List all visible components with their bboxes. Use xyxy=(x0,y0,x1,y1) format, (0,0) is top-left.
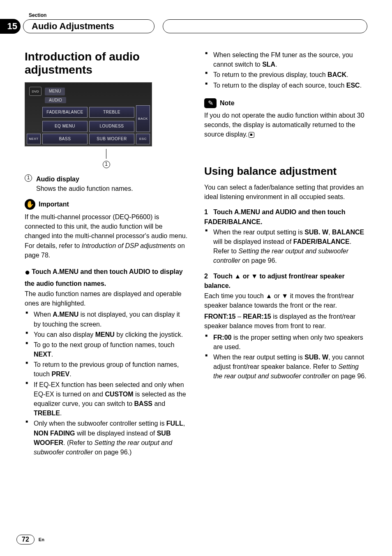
r7c: . xyxy=(275,61,277,68)
balance-fr00-bullet: FR:00 is the proper setting when only tw… xyxy=(204,333,367,352)
balance-subw-bullet: When the rear output setting is SUB. W, … xyxy=(204,352,367,381)
ss-fader-button: FADER/BALANCE xyxy=(42,107,88,118)
b3c: . xyxy=(51,351,53,358)
s1b1f: FADER/BALANCE xyxy=(293,238,350,245)
s2ra: FRONT:15 xyxy=(204,313,235,320)
note-body: If you do not operate the audio function… xyxy=(204,111,367,139)
b4c: . xyxy=(69,371,71,378)
bullet-menu: You can also display MENU by clicking th… xyxy=(25,330,188,339)
section-end-icon xyxy=(249,132,254,138)
ss-bass-button: BASS xyxy=(42,134,88,145)
s1b1c: , xyxy=(328,229,332,236)
balance-heading: Using balance adjustment xyxy=(204,164,367,179)
r9c: . xyxy=(360,82,362,89)
item1-description: Shows the audio function names. xyxy=(36,184,188,193)
audio-menu-screenshot: DVD MENU AUDIO FADER/BALANCE TREBLE EQ M… xyxy=(25,82,152,146)
header-empty-pill xyxy=(163,19,367,33)
r9a: To return to the display of each source,… xyxy=(213,82,346,89)
left-column: Introduction of audio adjustments DVD ME… xyxy=(25,50,188,458)
language-label: En xyxy=(39,537,44,542)
dvd-icon: DVD xyxy=(29,87,42,96)
b5b: CUSTOM xyxy=(105,391,133,398)
b5f: TREBLE xyxy=(34,410,60,417)
s2b2a: When the rear output setting is xyxy=(213,354,304,361)
b2b: MENU xyxy=(95,331,115,338)
s2rb: REAR:15 xyxy=(243,313,271,320)
header-row: 15 Audio Adjustments xyxy=(0,19,392,34)
bullet-esc: To return to the display of each source,… xyxy=(204,81,367,90)
important-label: Important xyxy=(39,199,69,209)
r7a: When selecting the FM tuner as the sourc… xyxy=(213,51,353,68)
balance-step1-bullet: When the rear output setting is SUB. W, … xyxy=(204,227,367,266)
ss-next-button: NEXT xyxy=(27,134,41,145)
important-text-italic: Introduction of DSP adjustments xyxy=(82,242,176,249)
ss-menu-label: MENU xyxy=(45,88,65,95)
b6d: NON FADING xyxy=(34,430,75,437)
b3b: NEXT xyxy=(34,351,51,358)
s2rm: – xyxy=(235,313,243,320)
step1-text: Touch A.MENU and then touch AUDIO to dis… xyxy=(25,268,183,287)
step1-body: The audio function names are displayed a… xyxy=(25,289,188,308)
s1b1b: SUB. W xyxy=(304,229,328,236)
b4b: PREV xyxy=(52,371,70,378)
b5g: . xyxy=(60,410,62,417)
intro-heading: Introduction of audio adjustments xyxy=(25,50,188,76)
b6b: FULL xyxy=(166,420,183,427)
balance-step1: 1 Touch A.MENU and AUDIO and then touch … xyxy=(204,207,367,226)
important-body: If the multi-channel processor (DEQ-P660… xyxy=(25,212,188,260)
s1b1a: When the rear output setting is xyxy=(213,229,304,236)
b2c: by clicking the joystick. xyxy=(115,331,183,338)
important-icon: ✋ xyxy=(25,199,35,210)
section-label: Section xyxy=(29,12,367,18)
balance-intro: You can select a fader/balance setting t… xyxy=(204,183,367,202)
note-text: If you do not operate the audio function… xyxy=(204,112,364,138)
ss-audio-label: AUDIO xyxy=(45,97,66,103)
note-icon: ✎ xyxy=(204,98,217,108)
b6e: will be displayed instead of xyxy=(75,430,157,437)
step-bullet: ●Touch A.MENU and then touch AUDIO to di… xyxy=(25,266,188,288)
b6c: , xyxy=(183,420,185,427)
ss-eqmenu-button: EQ MENU xyxy=(42,121,88,132)
b1b: A.MENU xyxy=(53,311,78,318)
r8c: . xyxy=(346,71,348,78)
bullet-back: To return to the previous display, touch… xyxy=(204,70,367,79)
b5d: BASS xyxy=(134,400,152,407)
b2a: You can also display xyxy=(34,331,95,338)
ss-treble-button: TREBLE xyxy=(89,107,134,118)
s1text: Touch A.MENU and AUDIO and then touch FA… xyxy=(204,208,345,225)
r7b: SLA xyxy=(262,61,275,68)
ss-loudness-button: LOUDNESS xyxy=(89,121,134,132)
s2text: Touch ▲ or ▼ to adjust front/rear speake… xyxy=(204,273,345,289)
item1-label: Audio display xyxy=(36,174,79,184)
s2num: 2 xyxy=(204,273,208,280)
section-number: 15 xyxy=(0,19,21,34)
bullet-next: To go to the next group of function name… xyxy=(25,340,188,359)
footer: 72 En xyxy=(16,535,44,544)
balance-step2-body: Each time you touch ▲ or ▼ it moves the … xyxy=(204,291,367,310)
note-label: Note xyxy=(220,98,235,108)
r8a: To return to the previous display, touch xyxy=(213,71,327,78)
bullet-amenu: When A.MENU is not displayed, you can di… xyxy=(25,310,188,329)
item1-number-icon: 1 xyxy=(25,174,32,182)
page-number: 72 xyxy=(16,535,35,544)
b6i: on page 96.) xyxy=(93,449,131,456)
s1b1i: on page 96. xyxy=(240,257,277,264)
s1b1d: BALANCE xyxy=(332,229,364,236)
s2b2e: on page 96. xyxy=(330,373,367,380)
b6a: Only when the subwoofer controller setti… xyxy=(34,420,166,427)
ss-back-button: BACK xyxy=(136,105,150,132)
b6g: . (Refer to xyxy=(63,439,95,446)
bullet-prev: To return to the previous group of funct… xyxy=(25,360,188,379)
right-column: When selecting the FM tuner as the sourc… xyxy=(204,50,367,458)
s1num: 1 xyxy=(204,208,208,215)
b1a: When xyxy=(34,311,53,318)
s2b2b: SUB. W xyxy=(304,354,328,361)
r8b: BACK xyxy=(327,71,346,78)
balance-range: FRONT:15 – REAR:15 is displayed as the f… xyxy=(204,312,367,331)
bullet-subwoofer: Only when the subwoofer controller setti… xyxy=(25,419,188,457)
ss-subwoofer-button: SUB WOOFER xyxy=(89,134,134,145)
bullet-sla: When selecting the FM tuner as the sourc… xyxy=(204,50,367,69)
balance-step2: 2 Touch ▲ or ▼ to adjust front/rear spea… xyxy=(204,271,367,290)
header-title-pill: Audio Adjustments xyxy=(23,19,154,33)
r9b: ESC xyxy=(346,82,360,89)
